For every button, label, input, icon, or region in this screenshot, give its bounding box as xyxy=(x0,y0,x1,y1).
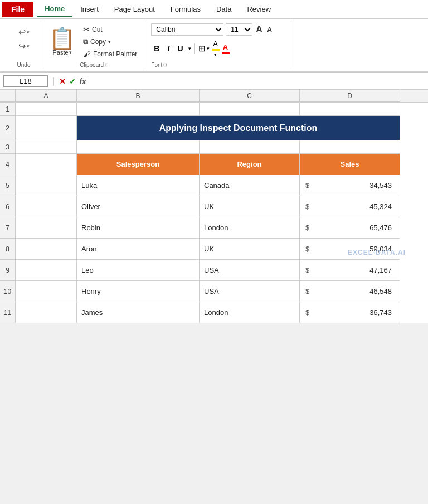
font-size-select[interactable]: 11 xyxy=(226,23,252,36)
decrease-font-button[interactable]: A xyxy=(266,26,273,34)
font-color-button[interactable]: A xyxy=(222,43,230,54)
cell-d6[interactable]: $45,324 xyxy=(300,196,400,217)
tab-data[interactable]: Data xyxy=(208,2,239,17)
cell-c6[interactable]: UK xyxy=(200,196,300,217)
row-header-8: 8 xyxy=(0,239,16,260)
tab-insert[interactable]: Insert xyxy=(72,2,106,17)
cell-b6[interactable]: Oliver xyxy=(77,196,200,217)
cell-b1[interactable] xyxy=(77,103,200,116)
cell-d3[interactable] xyxy=(300,140,400,154)
underline-button[interactable]: U xyxy=(174,43,186,54)
cell-b9[interactable]: Leo xyxy=(77,260,200,281)
row-header-9: 9 xyxy=(0,260,16,281)
col-header-c[interactable]: C xyxy=(200,90,300,102)
cell-c8[interactable]: UK xyxy=(200,239,300,260)
cell-b3[interactable] xyxy=(77,140,200,154)
dollar-sign: $ xyxy=(300,224,309,232)
tab-home[interactable]: Home xyxy=(37,1,72,17)
border-button[interactable]: ⊞ ▾ xyxy=(198,43,210,54)
cell-a8[interactable] xyxy=(16,239,77,260)
cell-d11[interactable]: $36,743 xyxy=(300,302,400,323)
cut-button[interactable]: ✂ Cut xyxy=(81,24,139,35)
font-name-select[interactable]: Calibri xyxy=(151,23,223,36)
cell-header-region[interactable]: Region xyxy=(200,154,300,175)
list-item: USA xyxy=(200,287,223,295)
cell-a6[interactable] xyxy=(16,196,77,217)
cell-c11[interactable]: London xyxy=(200,302,300,323)
cell-c7[interactable]: London xyxy=(200,217,300,239)
cell-title[interactable]: Applying Inspect Document Function xyxy=(77,116,400,140)
list-item: Henry xyxy=(77,287,105,295)
redo-button[interactable]: ↪ ▾ xyxy=(16,40,32,52)
cell-c1[interactable] xyxy=(200,103,300,116)
fill-color-dropdown-icon: ▾ xyxy=(214,52,217,57)
format-painter-button[interactable]: 🖌 Format Painter xyxy=(81,49,139,60)
undo-group-label: Undo xyxy=(17,62,31,68)
tab-review[interactable]: Review xyxy=(239,2,279,17)
cell-b7[interactable]: Robin xyxy=(77,217,200,239)
tab-page-layout[interactable]: Page Layout xyxy=(106,2,163,17)
col-header-a[interactable]: A xyxy=(16,90,77,102)
list-item: 34,543 xyxy=(369,181,400,190)
cell-b11[interactable]: James xyxy=(77,302,200,323)
dollar-sign: $ xyxy=(300,181,309,190)
cell-a11[interactable] xyxy=(16,302,77,323)
increase-font-button[interactable]: A xyxy=(255,25,264,35)
bold-button[interactable]: B xyxy=(151,43,162,54)
cut-label: Cut xyxy=(92,26,103,33)
cell-d10[interactable]: $46,548 xyxy=(300,281,400,302)
cell-a5[interactable] xyxy=(16,175,77,196)
cell-c9[interactable]: USA xyxy=(200,260,300,281)
tab-formulas[interactable]: Formulas xyxy=(163,2,208,17)
cell-a1[interactable] xyxy=(16,103,77,116)
cell-d5[interactable]: $34,543 xyxy=(300,175,400,196)
cell-d9[interactable]: $47,167 xyxy=(300,260,400,281)
col-header-d[interactable]: D xyxy=(300,90,400,102)
header-region-text: Region xyxy=(200,160,299,168)
formula-sep: | xyxy=(52,76,55,86)
cell-header-sales[interactable]: Sales xyxy=(300,154,400,175)
clipboard-expand-icon[interactable]: ⊡ xyxy=(105,62,109,67)
cell-a10[interactable] xyxy=(16,281,77,302)
italic-button[interactable]: I xyxy=(164,43,172,54)
underline-dropdown-icon[interactable]: ▾ xyxy=(188,46,191,51)
list-item: 45,324 xyxy=(369,202,400,211)
cell-c5[interactable]: Canada xyxy=(200,175,300,196)
cell-b8[interactable]: Aron xyxy=(77,239,200,260)
cell-b5[interactable]: Luka xyxy=(77,175,200,196)
table-row: 2 Applying Inspect Document Function xyxy=(0,116,428,140)
list-item: Oliver xyxy=(77,202,105,211)
font-row2: B I U ▾ ⊞ ▾ A ▾ A xyxy=(151,40,284,57)
cell-a9[interactable] xyxy=(16,260,77,281)
cell-c10[interactable]: USA xyxy=(200,281,300,302)
fill-color-button[interactable]: A ▾ xyxy=(212,40,220,57)
paste-button[interactable]: 📋 xyxy=(49,28,75,49)
undo-button[interactable]: ↩ ▾ xyxy=(16,26,32,38)
cell-d8[interactable]: $59,034 xyxy=(300,239,400,260)
confirm-formula-button[interactable]: ✓ xyxy=(69,77,76,86)
clipboard-group: 📋 Paste ▾ ✂ Cut ⧉ Copy ▾ xyxy=(43,21,145,69)
cell-d7[interactable]: $65,476 xyxy=(300,217,400,239)
formula-bar: | ✕ ✓ fx xyxy=(0,73,428,90)
font-expand-icon[interactable]: ⊡ xyxy=(163,62,167,67)
cell-b10[interactable]: Henry xyxy=(77,281,200,302)
cancel-formula-button[interactable]: ✕ xyxy=(59,77,66,86)
name-box[interactable] xyxy=(3,75,48,87)
copy-button[interactable]: ⧉ Copy ▾ xyxy=(81,36,139,47)
tab-file[interactable]: File xyxy=(2,2,33,17)
ribbon: ↩ ▾ ↪ ▾ Undo 📋 Paste xyxy=(0,19,428,72)
cell-d1[interactable] xyxy=(300,103,400,116)
cell-a2[interactable] xyxy=(16,116,77,140)
formula-input[interactable] xyxy=(89,77,425,85)
cell-a4[interactable] xyxy=(16,154,77,175)
col-header-b[interactable]: B xyxy=(77,90,200,102)
cell-c3[interactable] xyxy=(200,140,300,154)
list-item: 36,743 xyxy=(369,308,400,317)
cell-a7[interactable] xyxy=(16,217,77,239)
cell-a3[interactable] xyxy=(16,140,77,154)
row-header-10: 10 xyxy=(0,281,16,302)
cell-header-salesperson[interactable]: Salesperson xyxy=(77,154,200,175)
paste-label: Paste xyxy=(52,49,68,56)
list-item: UK xyxy=(200,202,218,211)
fx-button[interactable]: fx xyxy=(79,77,86,86)
